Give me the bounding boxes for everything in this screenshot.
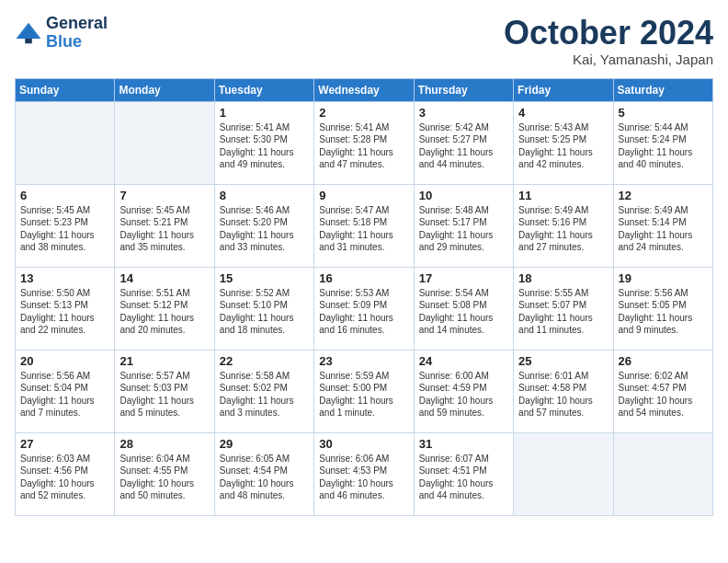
header-cell-saturday: Saturday	[613, 78, 712, 101]
calendar-cell: 30Sunrise: 6:06 AM Sunset: 4:53 PM Dayli…	[314, 432, 414, 515]
location: Kai, Yamanashi, Japan	[504, 52, 713, 67]
day-number: 30	[319, 437, 408, 451]
cell-info: Sunrise: 5:44 AM Sunset: 5:24 PM Dayligh…	[619, 121, 708, 171]
day-number: 17	[419, 271, 508, 285]
svg-rect-2	[25, 39, 32, 43]
calendar-week-0: 1Sunrise: 5:41 AM Sunset: 5:30 PM Daylig…	[16, 101, 713, 184]
calendar-cell: 13Sunrise: 5:50 AM Sunset: 5:13 PM Dayli…	[16, 267, 115, 350]
calendar-cell: 24Sunrise: 6:00 AM Sunset: 4:59 PM Dayli…	[414, 350, 513, 432]
day-number: 3	[419, 106, 508, 120]
day-number: 25	[518, 354, 608, 368]
cell-info: Sunrise: 5:47 AM Sunset: 5:18 PM Dayligh…	[319, 204, 408, 254]
header-cell-thursday: Thursday	[414, 78, 513, 101]
cell-info: Sunrise: 5:48 AM Sunset: 5:17 PM Dayligh…	[419, 204, 508, 254]
day-number: 7	[119, 189, 209, 202]
cell-info: Sunrise: 6:02 AM Sunset: 4:57 PM Dayligh…	[619, 370, 708, 419]
calendar-cell	[16, 101, 115, 184]
calendar-week-2: 13Sunrise: 5:50 AM Sunset: 5:13 PM Dayli…	[16, 267, 713, 350]
calendar-week-4: 27Sunrise: 6:03 AM Sunset: 4:56 PM Dayli…	[16, 432, 713, 515]
logo: General Blue	[15, 15, 108, 52]
cell-info: Sunrise: 5:56 AM Sunset: 5:04 PM Dayligh…	[20, 370, 109, 419]
header-cell-wednesday: Wednesday	[314, 78, 414, 101]
header-cell-sunday: Sunday	[16, 78, 115, 101]
calendar-cell: 23Sunrise: 5:59 AM Sunset: 5:00 PM Dayli…	[314, 350, 414, 432]
calendar-week-1: 6Sunrise: 5:45 AM Sunset: 5:23 PM Daylig…	[16, 184, 713, 267]
calendar-cell: 11Sunrise: 5:49 AM Sunset: 5:16 PM Dayli…	[514, 184, 613, 267]
cell-info: Sunrise: 6:07 AM Sunset: 4:51 PM Dayligh…	[419, 453, 508, 502]
cell-info: Sunrise: 6:06 AM Sunset: 4:53 PM Dayligh…	[319, 453, 408, 502]
calendar-cell	[514, 432, 613, 515]
calendar-cell: 20Sunrise: 5:56 AM Sunset: 5:04 PM Dayli…	[16, 350, 115, 432]
calendar-cell: 9Sunrise: 5:47 AM Sunset: 5:18 PM Daylig…	[314, 184, 414, 267]
calendar-cell: 12Sunrise: 5:49 AM Sunset: 5:14 PM Dayli…	[613, 184, 712, 267]
cell-info: Sunrise: 5:53 AM Sunset: 5:09 PM Dayligh…	[319, 287, 408, 337]
calendar-cell: 19Sunrise: 5:56 AM Sunset: 5:05 PM Dayli…	[613, 267, 712, 350]
cell-info: Sunrise: 6:05 AM Sunset: 4:54 PM Dayligh…	[220, 453, 309, 502]
calendar-cell: 2Sunrise: 5:41 AM Sunset: 5:28 PM Daylig…	[314, 101, 414, 184]
calendar-cell	[613, 432, 712, 515]
calendar-cell: 27Sunrise: 6:03 AM Sunset: 4:56 PM Dayli…	[16, 432, 115, 515]
day-number: 1	[220, 106, 309, 120]
day-number: 21	[119, 354, 209, 368]
calendar-cell: 31Sunrise: 6:07 AM Sunset: 4:51 PM Dayli…	[414, 432, 513, 515]
cell-info: Sunrise: 5:49 AM Sunset: 5:14 PM Dayligh…	[619, 204, 708, 254]
calendar-cell: 22Sunrise: 5:58 AM Sunset: 5:02 PM Dayli…	[214, 350, 313, 432]
calendar-table: SundayMondayTuesdayWednesdayThursdayFrid…	[15, 78, 713, 516]
day-number: 22	[220, 354, 309, 368]
day-number: 23	[319, 354, 408, 368]
cell-info: Sunrise: 5:45 AM Sunset: 5:21 PM Dayligh…	[119, 204, 209, 254]
cell-info: Sunrise: 5:56 AM Sunset: 5:05 PM Dayligh…	[619, 287, 708, 337]
calendar-cell: 7Sunrise: 5:45 AM Sunset: 5:21 PM Daylig…	[115, 184, 214, 267]
header-cell-monday: Monday	[115, 78, 214, 101]
month-title: October 2024	[504, 15, 713, 52]
cell-info: Sunrise: 5:43 AM Sunset: 5:25 PM Dayligh…	[518, 121, 608, 171]
calendar-cell: 16Sunrise: 5:53 AM Sunset: 5:09 PM Dayli…	[314, 267, 414, 350]
cell-info: Sunrise: 5:58 AM Sunset: 5:02 PM Dayligh…	[220, 370, 309, 419]
cell-info: Sunrise: 5:59 AM Sunset: 5:00 PM Dayligh…	[319, 370, 408, 419]
cell-info: Sunrise: 5:50 AM Sunset: 5:13 PM Dayligh…	[20, 287, 109, 337]
cell-info: Sunrise: 5:45 AM Sunset: 5:23 PM Dayligh…	[20, 204, 109, 254]
cell-info: Sunrise: 5:41 AM Sunset: 5:28 PM Dayligh…	[319, 121, 408, 171]
cell-info: Sunrise: 5:49 AM Sunset: 5:16 PM Dayligh…	[518, 204, 608, 254]
cell-info: Sunrise: 6:03 AM Sunset: 4:56 PM Dayligh…	[20, 453, 109, 502]
calendar-cell: 10Sunrise: 5:48 AM Sunset: 5:17 PM Dayli…	[414, 184, 513, 267]
cell-info: Sunrise: 5:41 AM Sunset: 5:30 PM Dayligh…	[220, 121, 309, 171]
calendar-cell: 14Sunrise: 5:51 AM Sunset: 5:12 PM Dayli…	[115, 267, 214, 350]
cell-info: Sunrise: 6:00 AM Sunset: 4:59 PM Dayligh…	[419, 370, 508, 419]
cell-info: Sunrise: 5:52 AM Sunset: 5:10 PM Dayligh…	[220, 287, 309, 337]
calendar-cell: 1Sunrise: 5:41 AM Sunset: 5:30 PM Daylig…	[214, 101, 313, 184]
cell-info: Sunrise: 5:51 AM Sunset: 5:12 PM Dayligh…	[119, 287, 209, 337]
cell-info: Sunrise: 5:54 AM Sunset: 5:08 PM Dayligh…	[419, 287, 508, 337]
day-number: 12	[619, 189, 708, 202]
day-number: 9	[319, 189, 408, 202]
calendar-cell: 8Sunrise: 5:46 AM Sunset: 5:20 PM Daylig…	[214, 184, 313, 267]
day-number: 11	[518, 189, 608, 202]
calendar-cell: 5Sunrise: 5:44 AM Sunset: 5:24 PM Daylig…	[613, 101, 712, 184]
header-cell-friday: Friday	[514, 78, 613, 101]
calendar-week-3: 20Sunrise: 5:56 AM Sunset: 5:04 PM Dayli…	[16, 350, 713, 432]
cell-info: Sunrise: 5:57 AM Sunset: 5:03 PM Dayligh…	[119, 370, 209, 419]
calendar-header-row: SundayMondayTuesdayWednesdayThursdayFrid…	[16, 78, 713, 101]
calendar-cell: 21Sunrise: 5:57 AM Sunset: 5:03 PM Dayli…	[115, 350, 214, 432]
day-number: 31	[419, 437, 508, 451]
calendar-cell: 3Sunrise: 5:42 AM Sunset: 5:27 PM Daylig…	[414, 101, 513, 184]
cell-info: Sunrise: 5:55 AM Sunset: 5:07 PM Dayligh…	[518, 287, 608, 337]
logo-text: General Blue	[46, 15, 108, 52]
day-number: 8	[220, 189, 309, 202]
calendar-cell: 17Sunrise: 5:54 AM Sunset: 5:08 PM Dayli…	[414, 267, 513, 350]
cell-info: Sunrise: 5:46 AM Sunset: 5:20 PM Dayligh…	[220, 204, 309, 254]
day-number: 18	[518, 271, 608, 285]
calendar-cell: 26Sunrise: 6:02 AM Sunset: 4:57 PM Dayli…	[613, 350, 712, 432]
title-block: October 2024 Kai, Yamanashi, Japan	[504, 15, 713, 67]
day-number: 20	[20, 354, 109, 368]
cell-info: Sunrise: 5:42 AM Sunset: 5:27 PM Dayligh…	[419, 121, 508, 171]
calendar-cell: 15Sunrise: 5:52 AM Sunset: 5:10 PM Dayli…	[214, 267, 313, 350]
calendar-body: 1Sunrise: 5:41 AM Sunset: 5:30 PM Daylig…	[16, 101, 713, 515]
day-number: 24	[419, 354, 508, 368]
day-number: 29	[220, 437, 309, 451]
calendar-cell: 29Sunrise: 6:05 AM Sunset: 4:54 PM Dayli…	[214, 432, 313, 515]
day-number: 19	[619, 271, 708, 285]
calendar-cell: 28Sunrise: 6:04 AM Sunset: 4:55 PM Dayli…	[115, 432, 214, 515]
logo-icon	[15, 19, 42, 47]
page-header: General Blue October 2024 Kai, Yamanashi…	[15, 15, 713, 67]
